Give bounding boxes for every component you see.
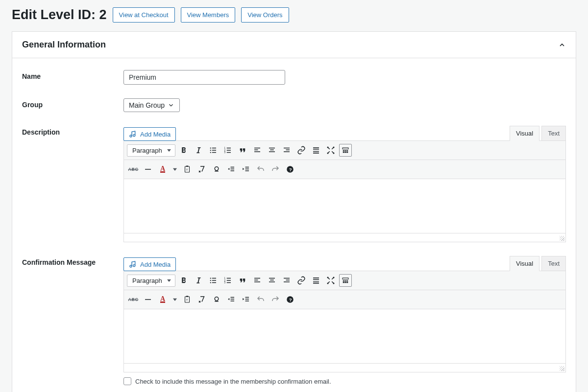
toolbar-toggle-button[interactable] [339, 144, 352, 157]
tab-text[interactable]: Text [541, 126, 566, 141]
svg-rect-100 [231, 300, 235, 301]
align-left-button[interactable] [251, 274, 264, 287]
svg-rect-78 [313, 279, 319, 280]
add-media-button-conf[interactable]: Add Media [123, 257, 176, 271]
outdent-button[interactable] [225, 293, 238, 306]
bullet-list-button[interactable] [207, 144, 220, 157]
align-right-button[interactable] [280, 144, 293, 157]
panel-header[interactable]: General Information [12, 32, 576, 58]
svg-marker-94 [173, 299, 177, 301]
paste-text-button[interactable]: T [181, 163, 194, 176]
svg-rect-15 [254, 150, 258, 151]
align-left-button[interactable] [251, 144, 264, 157]
tab-visual[interactable]: Visual [510, 126, 539, 141]
textcolor-button[interactable]: A [156, 163, 169, 176]
confirmation-checkbox[interactable] [123, 377, 131, 385]
link-button[interactable] [295, 274, 308, 287]
clear-format-button[interactable] [196, 293, 208, 306]
strikethrough-button[interactable]: ABC [127, 163, 140, 176]
svg-rect-59 [212, 278, 216, 279]
help-button[interactable]: ? [284, 293, 296, 306]
special-char-button[interactable] [210, 293, 223, 306]
paste-text-button[interactable]: T [181, 293, 194, 306]
italic-button[interactable] [192, 144, 205, 157]
svg-point-28 [327, 147, 328, 148]
format-select-conf[interactable]: Paragraph [127, 275, 175, 287]
svg-text:?: ? [289, 167, 292, 172]
textcolor-button[interactable]: A [156, 293, 169, 306]
bullet-list-button[interactable] [207, 274, 220, 287]
readmore-button[interactable] [310, 144, 322, 157]
confirmation-textarea[interactable] [124, 309, 565, 363]
redo-button[interactable] [269, 163, 282, 176]
special-char-button[interactable] [210, 163, 223, 176]
svg-rect-11 [226, 148, 230, 149]
outdent-button[interactable] [225, 163, 238, 176]
svg-rect-23 [313, 147, 319, 148]
bold-button[interactable] [177, 274, 190, 287]
svg-point-58 [210, 282, 211, 283]
textcolor-dropdown[interactable] [171, 293, 179, 306]
svg-text:T: T [186, 299, 188, 301]
italic-button[interactable] [192, 274, 205, 287]
svg-point-84 [327, 283, 328, 284]
description-textarea[interactable] [124, 179, 565, 233]
tab-visual-conf[interactable]: Visual [510, 256, 539, 271]
svg-rect-102 [245, 297, 249, 298]
svg-rect-86 [343, 278, 348, 279]
hr-button[interactable] [142, 293, 154, 306]
toolbar-toggle-button[interactable] [339, 274, 352, 287]
readmore-button[interactable] [310, 274, 322, 287]
format-select[interactable]: Paragraph [127, 144, 175, 157]
confirmation-checkbox-row[interactable]: Check to include this message in the mem… [123, 377, 566, 385]
svg-rect-7 [212, 152, 216, 153]
svg-rect-77 [313, 277, 319, 278]
svg-rect-103 [245, 299, 249, 300]
svg-marker-101 [228, 298, 229, 300]
clear-format-button[interactable] [196, 163, 208, 176]
svg-rect-99 [231, 299, 235, 300]
group-row: Group Main Group [22, 98, 566, 112]
undo-button[interactable] [254, 293, 267, 306]
view-orders-button[interactable]: View Orders [241, 7, 289, 23]
blockquote-button[interactable] [236, 144, 249, 157]
number-list-button[interactable]: 123 [221, 144, 234, 157]
confirmation-row: Confirmation Message Add Media Visual Te… [22, 256, 566, 385]
bold-button[interactable] [177, 144, 190, 157]
svg-rect-20 [284, 148, 290, 149]
svg-marker-51 [243, 168, 244, 170]
blockquote-button[interactable] [236, 274, 249, 287]
svg-rect-34 [344, 150, 346, 151]
hr-button[interactable] [142, 163, 154, 176]
svg-rect-79 [313, 280, 319, 281]
svg-marker-47 [228, 168, 229, 170]
fullscreen-button[interactable] [324, 144, 337, 157]
svg-rect-25 [313, 150, 319, 151]
name-input[interactable] [123, 70, 285, 85]
indent-button[interactable] [240, 293, 252, 306]
indent-button[interactable] [240, 163, 252, 176]
svg-rect-17 [269, 148, 275, 149]
add-media-button-desc[interactable]: Add Media [123, 127, 176, 141]
strikethrough-button[interactable]: ABC [127, 293, 140, 306]
redo-button[interactable] [269, 293, 282, 306]
svg-rect-70 [254, 281, 260, 282]
svg-text:3: 3 [224, 281, 225, 284]
link-button[interactable] [295, 144, 308, 157]
confirmation-editor: Paragraph 123 [123, 271, 566, 372]
fullscreen-button[interactable] [324, 274, 337, 287]
number-list-button[interactable]: 123 [221, 274, 234, 287]
view-checkout-button[interactable]: View at Checkout [113, 7, 175, 23]
tab-text-conf[interactable]: Text [541, 256, 566, 271]
undo-button[interactable] [254, 163, 267, 176]
svg-rect-32 [343, 148, 348, 149]
align-right-button[interactable] [280, 274, 293, 287]
textcolor-dropdown[interactable] [171, 163, 179, 176]
view-members-button[interactable]: View Members [181, 7, 236, 23]
help-button[interactable]: ? [284, 163, 296, 176]
align-center-button[interactable] [266, 144, 278, 157]
name-row: Name [22, 70, 566, 85]
group-select[interactable]: Main Group [123, 98, 180, 112]
align-center-button[interactable] [266, 274, 278, 287]
svg-rect-48 [245, 167, 249, 168]
